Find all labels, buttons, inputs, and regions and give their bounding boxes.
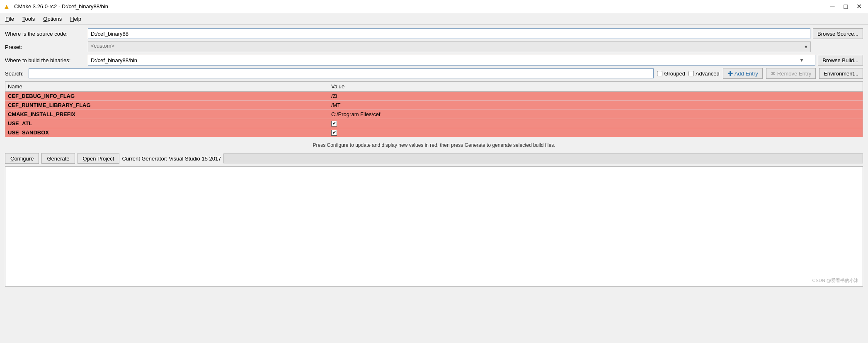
row-name-3: USE_ATL	[8, 120, 331, 126]
title-bar: ▲ CMake 3.26.0-rc2 - D:/cef_binary88/bin…	[0, 0, 868, 13]
table-body: CEF_DEBUG_INFO_FLAG /Zi CEF_RUNTIME_LIBR…	[5, 92, 863, 137]
menu-bar: File Tools Options Help	[0, 13, 868, 25]
preset-select-wrapper: <custom> ▼	[88, 41, 811, 52]
remove-entry-button[interactable]: ✖ Remove Entry	[766, 68, 816, 79]
table-row[interactable]: USE_SANDBOX ✔	[5, 128, 863, 137]
preset-row: Preset: <custom> ▼	[5, 41, 863, 52]
grouped-label: Grouped	[664, 71, 685, 77]
table-row[interactable]: USE_ATL ✔	[5, 119, 863, 128]
main-content: Where is the source code: Browse Source.…	[0, 25, 868, 290]
search-toolbar: Search: Grouped Advanced ✚ Add Entry ✖ R…	[5, 68, 863, 79]
grouped-checkbox-label[interactable]: Grouped	[657, 71, 685, 77]
preset-select[interactable]: <custom>	[88, 41, 811, 52]
row-value-0: /Zi	[331, 93, 860, 99]
info-text: Press Configure to update and display ne…	[5, 140, 863, 151]
environment-button[interactable]: Environment...	[819, 68, 863, 79]
preset-label: Preset:	[5, 44, 88, 50]
row-value-2: C:/Program Files/cef	[331, 111, 860, 117]
output-area: CSDN @爱看书的小沐	[5, 166, 863, 287]
build-binaries-label: Where to build the binaries:	[5, 57, 88, 63]
advanced-checkbox[interactable]	[689, 71, 694, 76]
menu-file[interactable]: File	[2, 14, 18, 24]
cmake-table: Name Value CEF_DEBUG_INFO_FLAG /Zi CEF_R…	[5, 81, 863, 137]
watermark: CSDN @爱看书的小沐	[812, 277, 858, 284]
open-project-button[interactable]: Open Project	[78, 153, 120, 164]
add-entry-button[interactable]: ✚ Add Entry	[723, 68, 763, 79]
menu-options[interactable]: Options	[39, 14, 65, 24]
checkbox-icon: ✔	[331, 121, 337, 126]
table-row[interactable]: CEF_RUNTIME_LIBRARY_FLAG /MT	[5, 101, 863, 110]
progress-bar	[223, 153, 863, 163]
generator-label: Current Generator: Visual Studio 15 2017	[122, 156, 221, 162]
column-name-header: Name	[8, 83, 331, 90]
grouped-checkbox[interactable]	[657, 71, 662, 76]
title-bar-left: ▲ CMake 3.26.0-rc2 - D:/cef_binary88/bin	[3, 3, 108, 10]
build-binaries-input[interactable]	[88, 55, 815, 66]
row-name-1: CEF_RUNTIME_LIBRARY_FLAG	[8, 102, 331, 108]
window-title: CMake 3.26.0-rc2 - D:/cef_binary88/bin	[14, 3, 108, 10]
column-value-header: Value	[331, 83, 860, 90]
minimize-button[interactable]: ─	[827, 2, 838, 12]
checkbox-icon: ✔	[331, 130, 337, 136]
search-input[interactable]	[29, 68, 654, 78]
menu-tools[interactable]: Tools	[19, 14, 39, 24]
add-entry-label: Add Entry	[735, 71, 758, 77]
build-binaries-row: Where to build the binaries: ▼ Browse Bu…	[5, 55, 863, 66]
remove-icon: ✖	[771, 70, 776, 77]
row-value-1: /MT	[331, 102, 860, 108]
table-header: Name Value	[5, 82, 863, 92]
source-code-row: Where is the source code: Browse Source.…	[5, 28, 863, 39]
row-value-3: ✔	[331, 120, 860, 126]
configure-button[interactable]: Configure	[5, 153, 39, 164]
advanced-label: Advanced	[696, 71, 720, 77]
row-name-4: USE_SANDBOX	[8, 129, 331, 136]
build-path-wrapper: ▼	[88, 55, 815, 66]
search-label: Search:	[5, 71, 24, 77]
row-value-4: ✔	[331, 129, 860, 136]
browse-source-button[interactable]: Browse Source...	[813, 28, 863, 39]
table-row[interactable]: CEF_DEBUG_INFO_FLAG /Zi	[5, 92, 863, 101]
source-code-input[interactable]	[88, 28, 810, 39]
row-name-2: CMAKE_INSTALL_PREFIX	[8, 111, 331, 117]
app-icon: ▲	[3, 3, 11, 10]
menu-help[interactable]: Help	[66, 14, 85, 24]
generate-button[interactable]: Generate	[41, 153, 75, 164]
browse-build-button[interactable]: Browse Build...	[818, 55, 863, 66]
maximize-button[interactable]: □	[840, 2, 851, 12]
table-row[interactable]: CMAKE_INSTALL_PREFIX C:/Program Files/ce…	[5, 110, 863, 119]
row-name-0: CEF_DEBUG_INFO_FLAG	[8, 93, 331, 99]
close-button[interactable]: ✕	[853, 2, 865, 12]
source-code-label: Where is the source code:	[5, 31, 88, 37]
add-icon: ✚	[727, 70, 733, 78]
remove-entry-label: Remove Entry	[777, 71, 811, 77]
bottom-toolbar: Configure Generate Open Project Current …	[5, 153, 863, 164]
window-controls: ─ □ ✕	[827, 2, 865, 12]
advanced-checkbox-label[interactable]: Advanced	[689, 71, 720, 77]
